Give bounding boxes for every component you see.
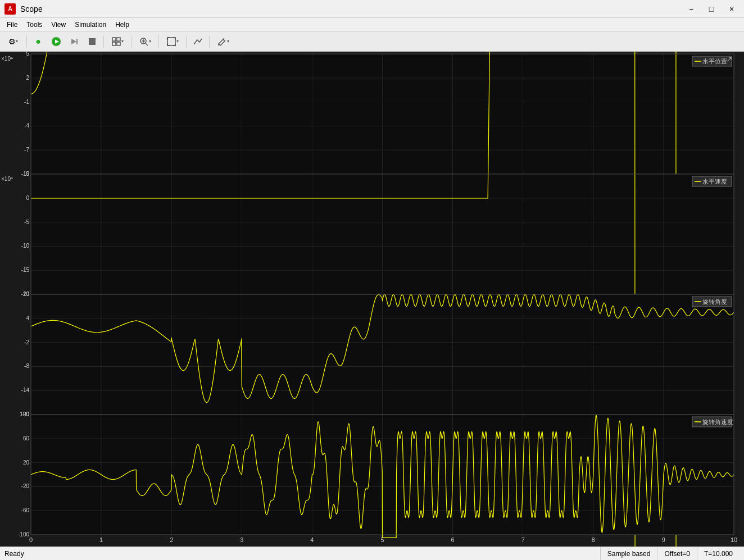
run-icon: ● [35, 37, 41, 47]
svg-rect-8 [117, 42, 120, 45]
fit-button[interactable]: ▾ [162, 34, 183, 49]
status-ready: Ready [4, 550, 600, 558]
layout-icon [111, 37, 121, 47]
toolbar-separator-6 [209, 35, 210, 48]
svg-rect-3 [76, 39, 78, 44]
menubar: File Tools View Simulation Help [0, 18, 744, 31]
titlebar: A Scope − □ × [0, 0, 744, 18]
step-icon [69, 37, 79, 47]
menu-help[interactable]: Help [111, 20, 134, 30]
toolbar-separator-3 [131, 35, 131, 48]
window-controls: − □ × [683, 0, 740, 17]
run-circle-icon [51, 37, 61, 47]
maximize-button[interactable]: □ [704, 2, 719, 16]
stop-icon [87, 37, 97, 47]
svg-rect-7 [112, 42, 116, 45]
close-button[interactable]: × [724, 2, 740, 16]
window-title: Scope [20, 4, 43, 13]
toolbar: ⚙ ▾ ● ▾ [0, 31, 744, 52]
app-icon: A [4, 3, 16, 15]
layout-button[interactable]: ▾ [107, 34, 128, 49]
zoom-icon [139, 37, 149, 47]
step-button[interactable] [66, 34, 83, 49]
run-icon-btn[interactable] [48, 34, 65, 49]
edit-icon [217, 37, 227, 47]
gear-icon: ⚙ [8, 37, 16, 46]
statusbar: Ready Sample based Offset=0 T=10.000 [0, 547, 744, 560]
status-offset: Offset=0 [657, 547, 696, 560]
edit-button[interactable]: ▾ [212, 34, 234, 49]
scope-canvas[interactable] [0, 52, 744, 547]
toolbar-separator-4 [158, 35, 159, 48]
toolbar-separator-5 [186, 35, 187, 48]
svg-rect-4 [89, 38, 96, 45]
plot-area [0, 52, 744, 547]
fit-icon [166, 37, 176, 47]
svg-marker-2 [71, 39, 76, 44]
svg-rect-13 [167, 38, 175, 45]
svg-rect-6 [117, 38, 120, 41]
status-sample-based: Sample based [600, 547, 657, 560]
menu-view[interactable]: View [47, 20, 70, 30]
axes-button[interactable] [189, 34, 206, 49]
menu-file[interactable]: File [2, 20, 22, 30]
stop-button[interactable] [84, 34, 101, 49]
status-time: T=10.000 [697, 547, 740, 560]
settings-arrow: ▾ [16, 39, 18, 44]
svg-line-14 [223, 38, 224, 39]
axes-icon [193, 37, 203, 47]
toolbar-separator-1 [26, 35, 27, 48]
zoom-button[interactable]: ▾ [134, 34, 156, 49]
minimize-button[interactable]: − [683, 2, 699, 16]
settings-button[interactable]: ⚙ ▾ [2, 34, 24, 49]
menu-tools[interactable]: Tools [22, 20, 47, 30]
toolbar-separator-2 [103, 35, 104, 48]
svg-line-10 [146, 43, 148, 45]
run-button[interactable]: ● [30, 34, 47, 49]
menu-simulation[interactable]: Simulation [70, 20, 111, 30]
svg-rect-5 [112, 38, 116, 41]
